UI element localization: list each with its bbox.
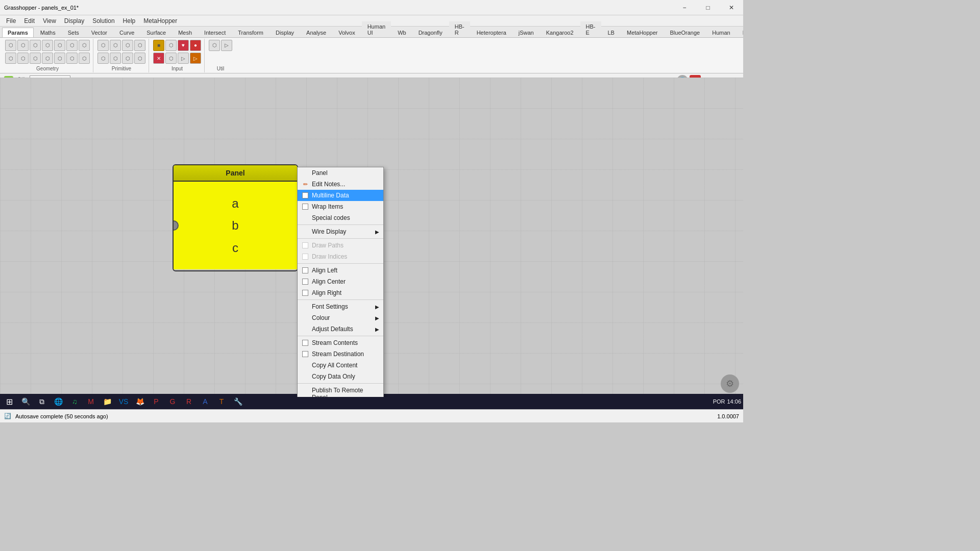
menu-display[interactable]: Display (60, 16, 88, 26)
tb-icon-14[interactable]: ⬡ (79, 53, 90, 64)
taskbar-app4[interactable]: R (182, 394, 196, 409)
tb-icon-11[interactable]: ⬡ (42, 53, 53, 64)
tab-lunchbox[interactable]: LunchBox (737, 28, 743, 37)
tab-display[interactable]: Display (270, 28, 300, 37)
tb-icon-7[interactable]: ⬡ (79, 40, 90, 51)
taskbar-firefox[interactable]: 🦊 (133, 394, 147, 409)
tb-input-1[interactable]: ■ (153, 40, 164, 51)
tb-icon-9[interactable]: ⬡ (17, 53, 29, 64)
tab-mesh[interactable]: Mesh (173, 28, 198, 37)
taskbar-search[interactable]: 🔍 (18, 394, 33, 409)
tb-util-1[interactable]: ⬡ (209, 40, 220, 51)
ctx-edit-notes[interactable]: ✏ Edit Notes... (298, 179, 383, 190)
menu-solution[interactable]: Solution (88, 16, 118, 26)
taskbar-taskview[interactable]: ⧉ (35, 394, 49, 409)
ctx-colour[interactable]: Colour ▶ (298, 312, 383, 323)
tab-vector[interactable]: Vector (86, 28, 113, 37)
tab-kangaroo2[interactable]: Kangaroo2 (541, 28, 579, 37)
taskbar-start[interactable]: ⊞ (2, 394, 16, 409)
ctx-stream-contents[interactable]: Stream Contents (298, 337, 383, 348)
ctx-publish-remote[interactable]: Publish To Remote Panel (298, 385, 383, 397)
tab-human[interactable]: Human (706, 28, 736, 37)
tab-heteroptera[interactable]: Heteroptera (471, 28, 512, 37)
tab-metahopper[interactable]: MetaHopper (621, 28, 664, 37)
tb-prim-4[interactable]: ⬡ (134, 40, 145, 51)
tb-icon-5[interactable]: ⬡ (54, 40, 65, 51)
tb-icon-12[interactable]: ⬡ (54, 53, 65, 64)
tb-prim-8[interactable]: ⬡ (134, 53, 145, 64)
tb-prim-7[interactable]: ⬡ (122, 53, 133, 64)
tab-analyse[interactable]: Analyse (301, 28, 332, 37)
menu-edit[interactable]: Edit (20, 16, 39, 26)
tb-icon-2[interactable]: ⬡ (17, 40, 29, 51)
tb-icon-6[interactable]: ⬡ (66, 40, 78, 51)
tab-intersect[interactable]: Intersect (199, 28, 231, 37)
close-button[interactable]: ✕ (720, 0, 743, 15)
tb-util-2[interactable]: ▷ (221, 40, 232, 51)
tb-input-4[interactable]: ● (190, 40, 201, 51)
ctx-wire-display[interactable]: Wire Display ▶ (298, 226, 383, 237)
ctx-font-settings[interactable]: Font Settings ▶ (298, 301, 383, 312)
gh-panel-input-port[interactable] (173, 220, 179, 231)
tb-input-3[interactable]: ♥ (178, 40, 189, 51)
taskbar-app5[interactable]: A (198, 394, 212, 409)
taskbar-app2[interactable]: P (149, 394, 163, 409)
taskbar-edge[interactable]: 🌐 (51, 394, 65, 409)
tab-volvox[interactable]: Volvox (333, 28, 360, 37)
tb-input-2[interactable]: ⬡ (165, 40, 177, 51)
ctx-align-right[interactable]: Align Right (298, 287, 383, 298)
ctx-stream-destination[interactable]: Stream Destination (298, 348, 383, 360)
ctx-wrap-items[interactable]: Wrap Items (298, 201, 383, 212)
tb-icon-3[interactable]: ⬡ (30, 40, 41, 51)
tb-icon-10[interactable]: ⬡ (30, 53, 41, 64)
menu-metahopper[interactable]: MetaHopper (139, 16, 181, 26)
tb-input-8[interactable]: ▷ (190, 53, 201, 64)
tb-icon-1[interactable]: ⬡ (5, 40, 16, 51)
tb-prim-2[interactable]: ⬡ (110, 40, 121, 51)
tb-prim-1[interactable]: ⬡ (97, 40, 109, 51)
menu-view[interactable]: View (39, 16, 60, 26)
tb-icon-13[interactable]: ⬡ (66, 53, 78, 64)
ctx-copy-data-only[interactable]: Copy Data Only (298, 371, 383, 382)
ctx-adjust-defaults[interactable]: Adjust Defaults ▶ (298, 323, 383, 335)
gh-panel-body[interactable]: abc (174, 182, 297, 269)
taskbar-folder[interactable]: 📁 (100, 394, 114, 409)
taskbar-app3[interactable]: G (165, 394, 180, 409)
tab-transform[interactable]: Transform (232, 28, 269, 37)
taskbar-app6[interactable]: T (214, 394, 229, 409)
tab-surface[interactable]: Surface (141, 28, 172, 37)
tab-curve[interactable]: Curve (114, 28, 140, 37)
tab-params[interactable]: Params (2, 28, 34, 37)
ctx-multiline-data[interactable]: Multiline Data (298, 190, 383, 201)
canvas-area[interactable]: Panel abc Panel ✏ Edit Notes... Multilin… (0, 78, 743, 397)
tab-sets[interactable]: Sets (62, 28, 85, 37)
taskbar-app1[interactable]: M (84, 394, 98, 409)
ctx-align-left[interactable]: Align Left (298, 265, 383, 276)
minimize-button[interactable]: − (673, 0, 696, 15)
tb-input-6[interactable]: ⬡ (165, 53, 177, 64)
tab-dragonfly[interactable]: Dragonfly (413, 28, 448, 37)
ctx-align-center[interactable]: Align Center (298, 276, 383, 287)
tab-jswan[interactable]: jSwan (513, 28, 540, 37)
tab-maths[interactable]: Maths (35, 28, 61, 37)
menu-help[interactable]: Help (119, 16, 140, 26)
tab-humanui[interactable]: Human UI (362, 21, 391, 37)
menu-file[interactable]: File (2, 16, 20, 26)
taskbar-spotify[interactable]: ♫ (67, 394, 82, 409)
tb-prim-6[interactable]: ⬡ (110, 53, 121, 64)
tb-icon-8[interactable]: ⬡ (5, 53, 16, 64)
tab-lb[interactable]: LB (602, 28, 620, 37)
ctx-special-codes[interactable]: Special codes (298, 212, 383, 223)
tab-hbe[interactable]: HB-E (580, 21, 601, 37)
tb-input-5[interactable]: ✕ (153, 53, 164, 64)
tab-hbr[interactable]: HB-R (449, 21, 470, 37)
tb-input-7[interactable]: ▷ (178, 53, 189, 64)
maximize-button[interactable]: □ (696, 0, 720, 15)
tab-blueorange[interactable]: BlueOrange (665, 28, 706, 37)
tab-wb[interactable]: Wb (392, 28, 412, 37)
ctx-copy-all-content[interactable]: Copy All Content (298, 360, 383, 371)
tb-prim-3[interactable]: ⬡ (122, 40, 133, 51)
taskbar-app7[interactable]: 🔧 (231, 394, 245, 409)
tb-prim-5[interactable]: ⬡ (97, 53, 109, 64)
tb-icon-4[interactable]: ⬡ (42, 40, 53, 51)
